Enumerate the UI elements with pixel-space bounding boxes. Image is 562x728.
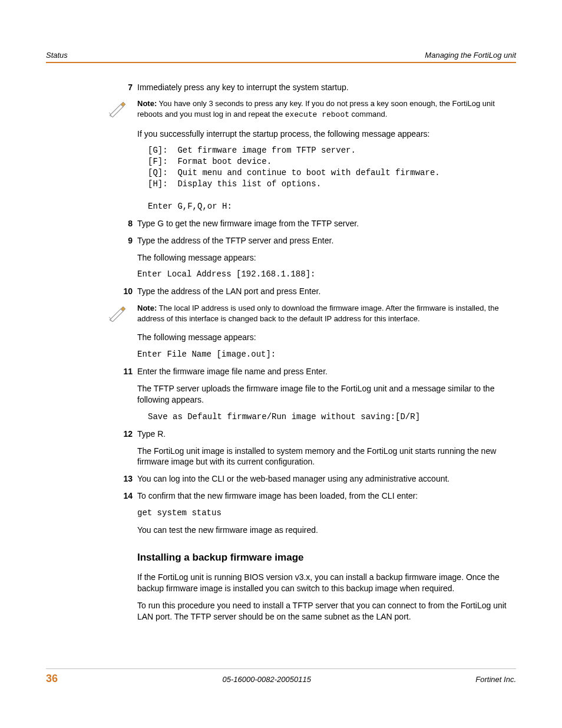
step-number: 8 bbox=[115, 218, 133, 229]
step-number: 12 bbox=[115, 429, 133, 440]
content-area: 7 Immediately press any key to interrupt… bbox=[46, 82, 516, 622]
note-body-2: command. bbox=[349, 110, 387, 118]
page-number: 36 bbox=[46, 671, 58, 686]
enter-local-address-output: Enter Local Address [192.168.1.188]: bbox=[137, 269, 516, 280]
step-text: Immediately press any key to interrupt t… bbox=[137, 82, 516, 93]
page: Status Managing the FortiLog unit 7 Imme… bbox=[0, 0, 562, 728]
note-1: Note: You have only 3 seconds to press a… bbox=[137, 98, 516, 120]
section-heading: Installing a backup firmware image bbox=[137, 551, 516, 565]
step-text: Type G to get the new firmware image fro… bbox=[137, 218, 516, 229]
step-number: 10 bbox=[115, 286, 133, 297]
step-9: 9 Type the address of the TFTP server an… bbox=[137, 235, 516, 246]
step-number: 14 bbox=[115, 490, 133, 502]
header-rule bbox=[46, 62, 516, 63]
para-after11: The TFTP server uploads the firmware ima… bbox=[137, 383, 516, 406]
step-11: 11 Enter the firmware image file name an… bbox=[137, 366, 516, 377]
footer-rule bbox=[46, 668, 516, 669]
step-number: 13 bbox=[115, 473, 133, 485]
footer-doc-id: 05-16000-0082-20050115 bbox=[223, 674, 311, 685]
note-inline-code: execute reboot bbox=[285, 110, 349, 119]
para-after10: The following message appears: bbox=[137, 332, 516, 343]
note-body: The local IP address is used only to dow… bbox=[137, 304, 499, 323]
footer-company: Fortinet Inc. bbox=[475, 674, 516, 685]
para-interrupt: If you successfully interrupt the startu… bbox=[137, 129, 516, 140]
pencil-note-icon bbox=[108, 302, 131, 322]
page-footer: 36 05-16000-0082-20050115 Fortinet Inc. bbox=[46, 668, 516, 686]
get-system-status-output: get system status bbox=[137, 508, 516, 519]
step-text: Enter the firmware image file name and p… bbox=[137, 366, 516, 377]
save-default-output: Save as Default firmware/Run image witho… bbox=[137, 411, 516, 423]
section-para-2: To run this procedure you need to instal… bbox=[137, 600, 516, 622]
note-label: Note: bbox=[137, 99, 157, 108]
enter-file-name-output: Enter File Name [image.out]: bbox=[137, 349, 516, 360]
step-number: 9 bbox=[115, 235, 133, 246]
note-label: Note: bbox=[137, 304, 157, 312]
step-text: Type the address of the LAN port and pre… bbox=[137, 286, 516, 297]
note-text: Note: The local IP address is used only … bbox=[137, 303, 516, 324]
step-number: 11 bbox=[115, 366, 133, 377]
step-text: Type R. bbox=[137, 429, 516, 440]
para-after9: The following message appears: bbox=[137, 252, 516, 263]
header-left: Status bbox=[46, 50, 68, 61]
footer-row: 36 05-16000-0082-20050115 Fortinet Inc. bbox=[46, 671, 516, 686]
note-text: Note: You have only 3 seconds to press a… bbox=[137, 98, 516, 120]
step-text: To confirm that the new firmware image h… bbox=[137, 490, 516, 502]
header-right: Managing the FortiLog unit bbox=[425, 50, 516, 61]
step-12: 12 Type R. bbox=[137, 429, 516, 440]
running-header: Status Managing the FortiLog unit bbox=[46, 50, 516, 61]
step-14: 14 To confirm that the new firmware imag… bbox=[137, 490, 516, 502]
step-8: 8 Type G to get the new firmware image f… bbox=[137, 218, 516, 229]
para-after14: You can test the new firmware image as r… bbox=[137, 525, 516, 536]
step-text: Type the address of the TFTP server and … bbox=[137, 235, 516, 246]
section-para-1: If the FortiLog unit is running BIOS ver… bbox=[137, 572, 516, 594]
step-7: 7 Immediately press any key to interrupt… bbox=[137, 82, 516, 93]
note-2: Note: The local IP address is used only … bbox=[137, 303, 516, 324]
step-10: 10 Type the address of the LAN port and … bbox=[137, 286, 516, 297]
step-13: 13 You can log into the CLI or the web-b… bbox=[137, 473, 516, 485]
step-number: 7 bbox=[115, 82, 133, 93]
step-text: You can log into the CLI or the web-base… bbox=[137, 473, 516, 485]
boot-menu-output: [G]: Get firmware image from TFTP server… bbox=[137, 145, 516, 212]
pencil-note-icon bbox=[108, 97, 131, 117]
para-after12: The FortiLog unit image is installed to … bbox=[137, 446, 516, 468]
